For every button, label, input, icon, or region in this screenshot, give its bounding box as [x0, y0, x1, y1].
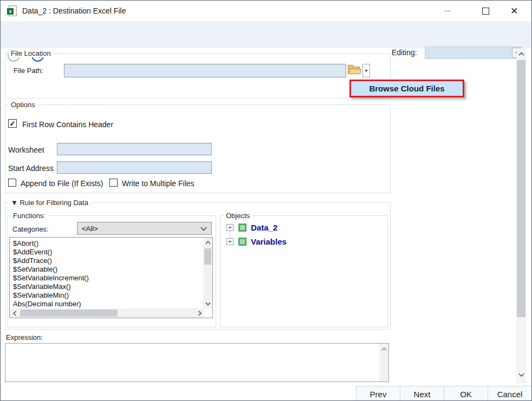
folder-icon: [348, 65, 361, 75]
ok-button[interactable]: OK: [444, 386, 488, 401]
green-square-icon: [238, 238, 246, 246]
minimize-icon: [444, 11, 451, 11]
expression-scrollbar[interactable]: [379, 344, 388, 382]
append-to-file-checkbox[interactable]: [8, 179, 16, 187]
maximize-icon: [482, 8, 489, 15]
start-address-label: Start Address: [8, 164, 54, 173]
browse-dropdown-button[interactable]: ▼: [362, 64, 370, 77]
scroll-up-icon[interactable]: [203, 239, 212, 246]
tree-item-data2[interactable]: + Data_2: [226, 223, 277, 232]
editing-dropdown[interactable]: ▼: [425, 47, 522, 59]
first-row-header-checkbox[interactable]: ✓: [8, 119, 17, 128]
objects-legend: Objects: [224, 212, 252, 220]
checkmark-icon: ✓: [10, 120, 16, 128]
list-scrollbar-thumb[interactable]: [204, 248, 211, 265]
dialog-window: x Data_2 : Destination Excel File ✕ ← → …: [0, 0, 532, 401]
categories-value: <All>: [82, 225, 98, 233]
expand-plus-icon[interactable]: +: [226, 238, 233, 245]
chevron-down-icon: ▼: [365, 69, 368, 73]
list-vertical-scrollbar[interactable]: [203, 238, 212, 308]
start-address-input[interactable]: [57, 161, 212, 174]
scroll-left-icon[interactable]: [11, 308, 18, 318]
list-item[interactable]: $SetVariableMax(): [10, 282, 212, 291]
scroll-up-icon[interactable]: [516, 50, 526, 58]
tree-item-label[interactable]: Variables: [251, 237, 287, 246]
file-location-legend: File Location: [9, 49, 53, 57]
list-item[interactable]: $SetVariableIncrement(): [10, 274, 212, 282]
close-button[interactable]: ✕: [502, 1, 526, 21]
expand-plus-icon[interactable]: +: [226, 224, 233, 231]
append-to-file-label: Append to File (If Exists): [21, 179, 103, 188]
list-item[interactable]: $AddTrace(): [10, 257, 212, 265]
cancel-button[interactable]: Cancel: [488, 386, 532, 401]
first-row-header-label: First Row Contains Header: [22, 120, 113, 129]
list-hscrollbar-thumb[interactable]: [20, 310, 118, 317]
functions-legend: Functions:: [11, 212, 48, 220]
file-path-label: File Path:: [14, 67, 43, 75]
scroll-right-icon[interactable]: [196, 308, 203, 318]
expression-label: Expression:: [6, 333, 43, 341]
list-item[interactable]: $SetVariable(): [10, 265, 212, 274]
browse-cloud-files-label: Browse Cloud Files: [369, 84, 444, 93]
close-icon: ✕: [510, 6, 518, 16]
excel-file-icon: x: [7, 5, 18, 16]
options-legend: Options: [9, 101, 37, 109]
rule-filtering-legend[interactable]: ▼ Rule for Filtering Data: [9, 199, 90, 207]
maximize-button[interactable]: [473, 1, 497, 21]
window-title: Data_2 : Destination Excel File: [22, 6, 126, 15]
worksheet-label: Worksheet: [8, 146, 44, 154]
scroll-down-icon[interactable]: [203, 300, 212, 307]
list-item[interactable]: $SetVariableMin(): [10, 291, 212, 300]
prev-button[interactable]: Prev: [356, 386, 400, 401]
toolbar: ← → ▾ Editing: ▼: [1, 21, 531, 48]
tree-item-variables[interactable]: + Variables: [226, 237, 287, 246]
scroll-down-icon[interactable]: [516, 371, 526, 379]
multiple-files-label: Write to Multiple Files: [122, 179, 194, 188]
browse-folder-button[interactable]: [348, 65, 362, 77]
list-horizontal-scrollbar[interactable]: [10, 308, 204, 318]
title-bar: x Data_2 : Destination Excel File ✕: [1, 1, 531, 21]
editing-label: Editing:: [392, 48, 417, 57]
expression-textarea[interactable]: [5, 343, 389, 382]
objects-group: Objects + Data_2 + Variables: [220, 215, 388, 327]
categories-dropdown[interactable]: <All>: [77, 222, 212, 235]
chevron-down-icon: [200, 227, 207, 231]
next-button[interactable]: Next: [400, 386, 444, 401]
browse-cloud-files-menu-item[interactable]: Browse Cloud Files: [349, 80, 464, 97]
file-path-input[interactable]: [64, 64, 346, 77]
window-scrollbar-thumb[interactable]: [517, 60, 525, 317]
scroll-up-icon[interactable]: [379, 345, 388, 353]
minimize-button[interactable]: [436, 1, 459, 21]
worksheet-input[interactable]: [57, 143, 212, 155]
window-vertical-scrollbar[interactable]: [516, 48, 526, 383]
list-item[interactable]: Abs(Decimal number): [10, 300, 212, 308]
footer-button-bar: Prev Next OK Cancel: [1, 383, 531, 401]
green-square-icon: [238, 223, 246, 232]
multiple-files-checkbox[interactable]: [109, 179, 118, 187]
list-item[interactable]: $Abort(): [10, 239, 212, 248]
categories-label: Categories:: [12, 225, 48, 233]
list-item[interactable]: $AddEvent(): [10, 248, 212, 257]
functions-listbox[interactable]: $Abort() $AddEvent() $AddTrace() $SetVar…: [9, 237, 213, 318]
tree-item-label[interactable]: Data_2: [251, 223, 277, 232]
